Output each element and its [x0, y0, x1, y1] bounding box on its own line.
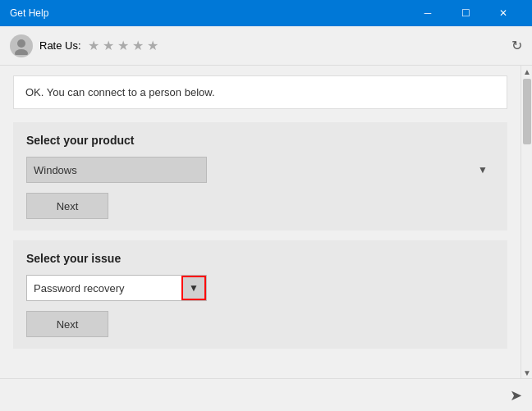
star-2[interactable]: ★: [103, 38, 114, 53]
title-bar: Get Help ─ ☐ ✕: [0, 0, 532, 26]
footer: ➤: [0, 378, 532, 411]
info-box: OK. You can connect to a person below.: [13, 75, 507, 109]
maximize-button[interactable]: ☐: [447, 0, 484, 26]
rate-bar: Rate Us: ★ ★ ★ ★ ★ ↻: [0, 26, 532, 66]
issue-selected-value: Password recovery: [27, 276, 181, 300]
send-icon: ➤: [510, 386, 522, 404]
product-next-button[interactable]: Next: [26, 193, 108, 219]
scrollbar[interactable]: ▲ ▼: [521, 66, 532, 378]
rate-label: Rate Us:: [39, 39, 81, 52]
issue-next-button[interactable]: Next: [26, 311, 108, 337]
avatar: [10, 34, 33, 57]
product-dropdown-wrapper: Windows Microsoft 365 Xbox Surface ▼: [26, 157, 494, 183]
close-button[interactable]: ✕: [484, 0, 522, 26]
refresh-button[interactable]: ↻: [511, 38, 522, 53]
star-3[interactable]: ★: [117, 38, 129, 53]
product-dropdown-chevron-icon: ▼: [478, 164, 488, 176]
select-issue-title: Select your issue: [26, 252, 494, 265]
star-rating[interactable]: ★ ★ ★ ★ ★: [88, 38, 158, 53]
svg-point-0: [17, 39, 25, 48]
issue-dropdown-wrapper: Password recovery ▼: [26, 275, 207, 301]
main-content: OK. You can connect to a person below. S…: [0, 66, 532, 378]
app-title: Get Help: [10, 7, 409, 19]
scroll-area[interactable]: OK. You can connect to a person below. S…: [0, 66, 521, 378]
issue-dropdown-button[interactable]: ▼: [181, 276, 206, 300]
select-product-panel: Select your product Windows Microsoft 36…: [13, 122, 507, 231]
svg-point-1: [15, 49, 28, 55]
select-issue-panel: Select your issue Password recovery ▼ Ne…: [13, 240, 507, 349]
scrollbar-arrow-down[interactable]: ▼: [521, 367, 532, 378]
select-product-title: Select your product: [26, 134, 494, 147]
star-4[interactable]: ★: [132, 38, 144, 53]
product-dropdown[interactable]: Windows Microsoft 365 Xbox Surface: [26, 157, 207, 183]
scrollbar-arrow-up[interactable]: ▲: [521, 66, 532, 77]
star-5[interactable]: ★: [147, 38, 158, 53]
scrollbar-thumb[interactable]: [523, 79, 531, 144]
info-text: OK. You can connect to a person below.: [25, 86, 215, 98]
star-1[interactable]: ★: [88, 38, 99, 53]
window-controls: ─ ☐ ✕: [409, 0, 522, 26]
send-button[interactable]: ➤: [510, 386, 522, 404]
minimize-button[interactable]: ─: [409, 0, 447, 26]
